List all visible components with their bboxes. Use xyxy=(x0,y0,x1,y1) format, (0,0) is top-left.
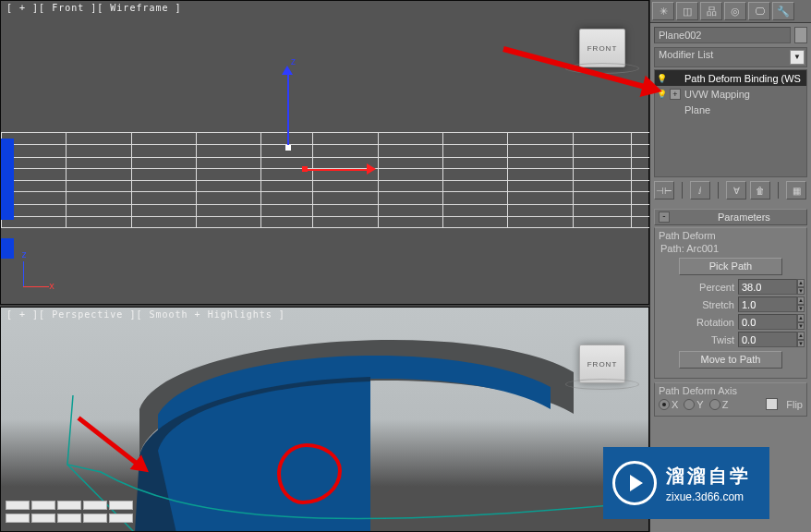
flip-checkbox[interactable] xyxy=(766,398,778,410)
spinner-up-icon[interactable]: ▲ xyxy=(797,296,805,305)
stack-item-path-deform[interactable]: 💡 + Path Deform Binding (WS xyxy=(655,70,806,86)
spinner-up-icon[interactable]: ▲ xyxy=(797,332,805,340)
curved-object-render xyxy=(1,308,649,532)
stack-item-uvw-mapping[interactable]: 💡 + UVW Mapping xyxy=(655,86,806,102)
watermark-url: zixue.3d66.com xyxy=(666,490,751,503)
viewport-front-label: [ + ][ Front ][ Wireframe ] xyxy=(6,3,182,13)
flip-label: Flip xyxy=(786,399,803,410)
spinner-up-icon[interactable]: ▲ xyxy=(797,279,805,287)
remove-modifier-icon[interactable]: 🗑 xyxy=(750,181,770,200)
viewcube-face-persp-label: FRONT xyxy=(587,360,618,369)
rollout-header[interactable]: - Parameters xyxy=(654,209,807,225)
show-end-result-icon[interactable]: ⅈ xyxy=(690,181,710,200)
percent-label: Percent xyxy=(659,282,734,293)
viewcube-persp[interactable]: FRONT xyxy=(579,345,625,383)
stretch-label: Stretch xyxy=(659,299,734,310)
axis-y-radio[interactable]: Y xyxy=(684,399,703,410)
spinner-down-icon[interactable]: ▼ xyxy=(797,305,805,313)
selected-edge-highlight xyxy=(1,139,14,220)
stretch-input[interactable] xyxy=(738,296,797,312)
viewcube-face-label: FRONT xyxy=(587,44,618,53)
percent-input[interactable] xyxy=(738,279,797,295)
path-deform-group: Path Deform Path: Arc001 Pick Path Perce… xyxy=(654,227,807,379)
tab-motion-icon[interactable]: ◎ xyxy=(724,2,746,20)
path-value: Arc001 xyxy=(686,243,719,254)
viewcube[interactable]: FRONT xyxy=(579,29,625,67)
stack-item-label: Path Deform Binding (WS xyxy=(684,73,801,84)
floor-tiles xyxy=(5,500,152,527)
play-icon xyxy=(612,461,657,505)
stack-toolbar: ⊣⊢ ⅈ ∀ 🗑 ▦ xyxy=(654,181,807,200)
axis-x-radio[interactable]: X xyxy=(659,399,678,410)
tab-hierarchy-icon[interactable]: 品 xyxy=(700,2,722,20)
spinner-down-icon[interactable]: ▼ xyxy=(797,340,805,348)
modifier-list-dropdown[interactable]: Modifier List xyxy=(654,47,807,67)
tab-create-icon[interactable]: ✳ xyxy=(652,2,674,20)
axis-z-radio[interactable]: Z xyxy=(709,399,729,410)
make-unique-icon[interactable]: ∀ xyxy=(726,181,746,200)
stack-expand-icon[interactable]: + xyxy=(670,89,681,100)
stack-item-label: Plane xyxy=(684,104,710,115)
tab-modify-icon[interactable]: ◫ xyxy=(676,2,698,20)
spinner-down-icon[interactable]: ▼ xyxy=(797,287,805,296)
rollout-title: Parameters xyxy=(718,212,770,223)
tab-display-icon[interactable]: 🖵 xyxy=(748,2,770,20)
rotation-label: Rotation xyxy=(659,317,734,328)
stack-item-label: UVW Mapping xyxy=(684,89,750,100)
watermark-title: 溜溜自学 xyxy=(666,464,751,489)
spinner-up-icon[interactable]: ▲ xyxy=(797,314,805,322)
selected-edge-highlight-2 xyxy=(1,238,14,259)
object-name-field[interactable] xyxy=(654,27,791,43)
rotation-input[interactable] xyxy=(738,314,797,330)
axis-group-title: Path Deform Axis xyxy=(659,385,803,396)
object-wireframe-grid xyxy=(1,132,650,228)
corner-axis-indicator: z x xyxy=(18,250,54,287)
stack-visibility-icon[interactable]: 💡 xyxy=(657,90,666,99)
modifier-list-label: Modifier List xyxy=(659,49,713,60)
rollout-collapse-icon[interactable]: - xyxy=(659,212,670,223)
path-label: Path: xyxy=(660,243,684,254)
twist-input[interactable] xyxy=(738,332,797,347)
viewport-perspective[interactable]: [ + ][ Perspective ][ Smooth + Highlight… xyxy=(0,307,649,532)
path-deform-axis-group: Path Deform Axis X Y Z Flip xyxy=(654,382,807,417)
tab-utilities-icon[interactable]: 🔧 xyxy=(772,2,794,20)
stack-visibility-icon[interactable]: 💡 xyxy=(657,74,666,83)
twist-label: Twist xyxy=(659,334,734,345)
modifier-stack[interactable]: 💡 + Path Deform Binding (WS 💡 + UVW Mapp… xyxy=(654,69,807,177)
object-color-swatch[interactable] xyxy=(794,27,807,43)
pin-stack-icon[interactable]: ⊣⊢ xyxy=(654,181,674,200)
move-to-path-button[interactable]: Move to Path xyxy=(679,351,782,369)
pick-path-button[interactable]: Pick Path xyxy=(679,258,782,275)
path-deform-group-title: Path Deform xyxy=(659,230,803,241)
command-panel-tabs: ✳ ◫ 品 ◎ 🖵 🔧 xyxy=(650,0,811,23)
viewport-front[interactable]: [ + ][ Front ][ Wireframe ] z xyxy=(0,0,649,305)
spinner-down-icon[interactable]: ▼ xyxy=(797,322,805,331)
watermark: 溜溜自学 zixue.3d66.com xyxy=(603,447,769,519)
axis-z-label: z xyxy=(291,56,296,66)
stack-item-plane[interactable]: 💡 + Plane xyxy=(655,102,806,117)
configure-sets-icon[interactable]: ▦ xyxy=(786,181,806,200)
